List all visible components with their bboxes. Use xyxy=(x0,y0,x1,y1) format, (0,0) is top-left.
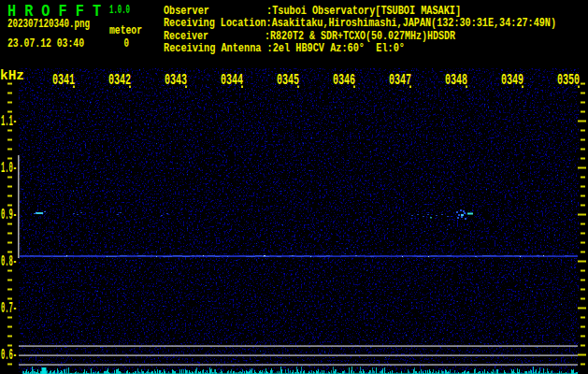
svg-text:0344: 0344 xyxy=(221,72,243,89)
svg-text:0348: 0348 xyxy=(445,72,467,89)
svg-text:0.8-: 0.8- xyxy=(1,253,17,270)
svg-text:kHz: kHz xyxy=(0,68,24,84)
svg-text:0345: 0345 xyxy=(277,72,299,89)
svg-text:23.07.12 03:40: 23.07.12 03:40 xyxy=(7,36,84,50)
svg-text:0346: 0346 xyxy=(333,72,355,89)
svg-text:0343: 0343 xyxy=(165,72,187,89)
svg-text:0341: 0341 xyxy=(52,72,75,89)
svg-text:1.1-: 1.1- xyxy=(1,113,17,130)
svg-text:202307120340.png: 202307120340.png xyxy=(7,17,90,31)
svg-text:0.6-: 0.6- xyxy=(1,347,17,364)
svg-text:0: 0 xyxy=(124,36,130,50)
svg-text:meteor: meteor xyxy=(109,23,142,37)
svg-text:Receiving Antenna :2el HB9CV A: Receiving Antenna :2el HB9CV Az:60° El:0… xyxy=(164,41,405,55)
svg-text:0.7-: 0.7- xyxy=(1,300,17,317)
svg-text:0.9-: 0.9- xyxy=(1,207,17,223)
svg-text:0342: 0342 xyxy=(108,72,131,89)
svg-text:1.0.0: 1.0.0 xyxy=(109,4,130,17)
svg-text:1.0-: 1.0- xyxy=(1,160,17,177)
svg-text:0350: 0350 xyxy=(557,72,580,89)
svg-text:0349: 0349 xyxy=(501,72,523,89)
svg-text:0347: 0347 xyxy=(389,72,411,89)
